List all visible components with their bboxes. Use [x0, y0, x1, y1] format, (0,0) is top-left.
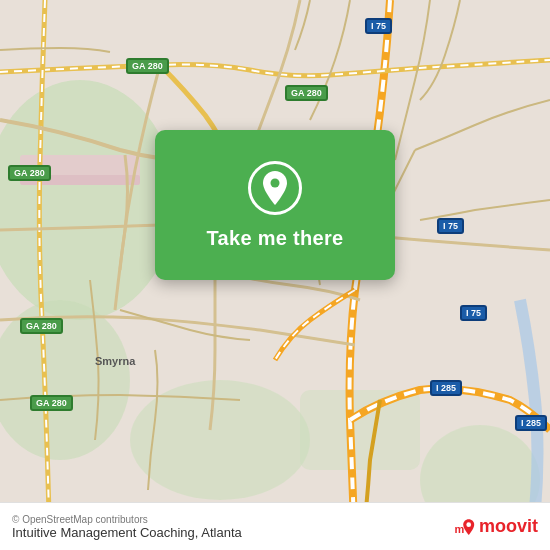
- svg-rect-4: [300, 390, 420, 470]
- road-badge-ga280-left-bot2: GA 280: [30, 395, 73, 411]
- location-pin-icon: [260, 171, 290, 205]
- road-badge-i75-top: I 75: [365, 18, 392, 34]
- copyright-text: © OpenStreetMap contributors: [12, 514, 242, 525]
- moovit-logo[interactable]: m moovit: [453, 516, 538, 538]
- road-badge-i285: I 285: [430, 380, 462, 396]
- road-badge-ga280-left-top: GA 280: [8, 165, 51, 181]
- road-badge-ga280-left-bot: GA 280: [20, 318, 63, 334]
- road-badge-i75-lower: I 75: [460, 305, 487, 321]
- bottom-left: © OpenStreetMap contributors Intuitive M…: [12, 514, 242, 540]
- moovit-brand-icon: m: [453, 516, 475, 538]
- bottom-bar: © OpenStreetMap contributors Intuitive M…: [0, 502, 550, 550]
- road-badge-i285-right: I 285: [515, 415, 547, 431]
- location-title: Intuitive Management Coaching, Atlanta: [12, 525, 242, 540]
- moovit-logo-text: moovit: [479, 516, 538, 537]
- svg-point-9: [466, 522, 471, 527]
- action-card[interactable]: Take me there: [155, 130, 395, 280]
- road-badge-ga280-right: GA 280: [285, 85, 328, 101]
- action-button-label: Take me there: [207, 227, 344, 250]
- svg-point-8: [271, 178, 280, 187]
- svg-text:m: m: [455, 523, 465, 535]
- road-badge-i75-mid: I 75: [437, 218, 464, 234]
- location-icon-wrapper: [248, 161, 302, 215]
- map-container: GA 280 GA 280 I 75 I 75 I 75 I 285 I 285…: [0, 0, 550, 550]
- road-badge-ga280-top: GA 280: [126, 58, 169, 74]
